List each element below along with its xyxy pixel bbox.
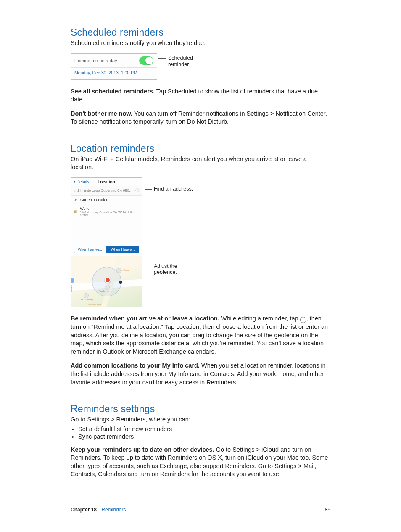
callout-adjust-geofence: Adjust the geofence. [154, 263, 183, 275]
work-address: 1 Infinite Loop Cupertino CA 95014 Unite… [80, 211, 139, 217]
list-item: Sync past reminders [78, 433, 330, 440]
scheduled-reminder-widget: Remind me on a day Monday, Dec 30, 2013,… [71, 53, 157, 80]
para-add-common-bold: Add common locations to your My Info car… [71, 362, 200, 369]
para-be-reminded-bold: Be reminded when you arrive at or leave … [71, 315, 219, 322]
callout-scheduled-reminder: Scheduled reminder [168, 55, 198, 68]
location-arrow-icon: ➤ [74, 198, 78, 202]
remind-toggle[interactable] [139, 56, 153, 65]
poi-apple-label: Apple, In [99, 290, 109, 292]
reminder-datetime[interactable]: Monday, Dec 30, 2013, 1:00 PM [71, 68, 157, 79]
footer-page-number: 85 [325, 507, 330, 513]
heading-reminders-settings: Reminders settings [71, 403, 330, 415]
current-location-item[interactable]: ➤ Current Location [71, 196, 142, 204]
callout-find-address: Find an address. [154, 186, 193, 192]
settings-bullet-list: Set a default list for new reminders Syn… [71, 426, 330, 440]
para-dont-bother: Don't bother me now. You can turn off Re… [71, 110, 330, 126]
user-location-dot [71, 277, 75, 284]
street-mariani: Mariani Ave [88, 303, 101, 306]
location-widget: ‹ Details Location ⌕ 1 Infinite Loop Cup… [71, 177, 142, 307]
heading-location-reminders: Location reminders [71, 143, 330, 154]
intro-settings: Go to Settings > Reminders, where you ca… [71, 416, 330, 424]
geofence-map[interactable]: Results s Macs Apple, In BJ's Brewery Ma… [71, 256, 142, 307]
work-label: Work [80, 206, 139, 211]
page-footer: Chapter 18 Reminders 85 [0, 507, 401, 513]
para-see-all-bold: See all scheduled reminders. [71, 88, 155, 95]
para-be-reminded-rest1: While editing a reminder, tap [219, 315, 300, 322]
callout-line [158, 58, 166, 59]
current-location-label: Current Location [80, 198, 108, 202]
para-dont-bother-bold: Don't bother me now. [71, 110, 132, 117]
blank-area [71, 219, 142, 243]
para-be-reminded: Be reminded when you arrive at or leave … [71, 315, 330, 356]
search-icon: ⌕ [74, 188, 76, 193]
intro-location: On iPad Wi-Fi + Cellular models, Reminde… [71, 155, 330, 172]
remind-on-day-label: Remind me on a day [74, 58, 117, 63]
when-i-arrive-button[interactable]: When I arrive... [74, 246, 106, 253]
work-location-item[interactable]: ▣ Work 1 Infinite Loop Cupertino CA 9501… [71, 204, 142, 219]
poi-bj-label: BJ's Brewery [79, 298, 93, 301]
para-add-common: Add common locations to your My Info car… [71, 362, 330, 386]
clear-icon[interactable]: ⓧ [135, 188, 139, 193]
footer-chapter-label: Chapter 18 [71, 507, 97, 513]
location-search[interactable]: ⌕ 1 Infinite Loop Cupertino CA 95014... … [71, 186, 142, 196]
para-keep-uptodate: Keep your reminders up to date on other … [71, 446, 330, 479]
when-i-leave-button[interactable]: When I leave... [106, 246, 139, 253]
arrive-leave-segment: When I arrive... When I leave... [71, 243, 142, 256]
location-title: Location [71, 180, 142, 184]
callout-line [145, 267, 152, 267]
briefcase-icon: ▣ [74, 209, 77, 214]
map-pin-icon [105, 277, 111, 283]
footer-chapter-name: Reminders [101, 507, 126, 513]
geofence-handle[interactable] [119, 281, 122, 284]
poi-dot-bj [84, 293, 89, 298]
list-item: Set a default list for new reminders [78, 426, 330, 432]
intro-scheduled: Scheduled reminders notify you when they… [71, 39, 330, 48]
results-side-label: Results [71, 285, 72, 293]
para-see-all: See all scheduled reminders. Tap Schedul… [71, 87, 330, 104]
poi-macs-label: s Macs [121, 269, 129, 271]
search-text: 1 Infinite Loop Cupertino CA 95014... [77, 188, 134, 193]
callout-line [145, 189, 152, 190]
para-keep-bold: Keep your reminders up to date on other … [71, 446, 214, 453]
heading-scheduled-reminders: Scheduled reminders [71, 27, 330, 38]
info-icon: i [300, 317, 306, 323]
poi-dot-apple [105, 285, 110, 290]
